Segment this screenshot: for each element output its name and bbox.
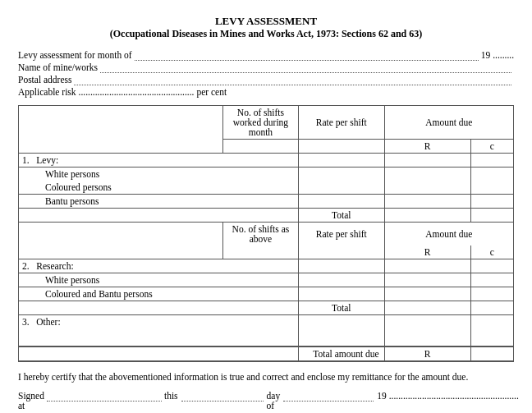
table-row-levy-heading: 1. Levy:	[19, 154, 514, 167]
table-row-other-heading: 3. Other:	[19, 315, 514, 329]
section2-label: Research:	[36, 261, 73, 271]
research-white-label: White persons	[19, 273, 223, 287]
bantu-label: Bantu persons	[19, 195, 223, 209]
signed-at-dots	[47, 391, 162, 402]
page-subtitle: (Occupational Diseases in Mines and Work…	[18, 28, 514, 40]
levy-table: No. of shifts worked during month Rate p…	[18, 105, 514, 362]
col-r2-header: R	[384, 246, 470, 259]
levy-label: Levy assessment for month of	[18, 50, 132, 60]
section1-num: 1.	[22, 155, 30, 165]
this-dots	[181, 391, 264, 402]
section3-num: 3.	[22, 317, 30, 327]
table-row-other-empty	[19, 328, 514, 346]
year-dots: ........................................…	[389, 391, 519, 401]
table-row-bantu: Bantu persons	[19, 195, 514, 209]
col-rate2-header: Rate per shift	[298, 223, 384, 246]
bottom-section: I hereby certify that the abovementioned…	[18, 370, 514, 413]
day-of-dots	[283, 391, 374, 402]
section2-num: 2.	[22, 261, 30, 271]
total-amount-r: R	[384, 346, 470, 361]
total1-label: Total	[298, 209, 384, 223]
table-row-white: White persons	[19, 167, 514, 181]
levy-dots1	[135, 50, 479, 61]
table-row-coloured: Coloured persons	[19, 181, 514, 195]
table-header-row1: No. of shifts worked during month Rate p…	[19, 106, 514, 140]
certify-text: I hereby certify that the abovementioned…	[18, 370, 514, 384]
field-lines: Levy assessment for month of 19 ........…	[18, 50, 514, 97]
postal-field-line: Postal address	[18, 75, 514, 85]
section3-label: Other:	[36, 317, 60, 327]
risk-label: Applicable risk	[18, 87, 76, 97]
col-shifts2-header: No. of shifts as above	[223, 223, 299, 246]
risk-dots: ........................................…	[76, 87, 197, 97]
col-c2-header: c	[470, 246, 513, 259]
day-of-label: day of	[267, 391, 281, 411]
white-label: White persons	[19, 167, 223, 181]
levy-19: 19	[481, 50, 491, 60]
postal-label: Postal address	[18, 75, 71, 85]
col-amount2-header: Amount due	[384, 223, 513, 246]
col-shifts-header: No. of shifts worked during month	[223, 106, 299, 140]
table-header2-row1: No. of shifts as above Rate per shift Am…	[19, 223, 514, 246]
year-19: 19	[377, 391, 387, 401]
total2-label: Total	[298, 301, 384, 315]
name-field-line: Name of mine/works	[18, 62, 514, 73]
page-title: LEVY ASSESSMENT	[18, 15, 514, 28]
col-c-header: c	[470, 140, 513, 154]
risk-field-line: Applicable risk ........................…	[18, 87, 514, 97]
table-row-research-bantu: Coloured and Bantu persons	[19, 287, 514, 301]
coloured-label: Coloured persons	[19, 181, 223, 195]
table-header-row2: R c	[19, 140, 514, 154]
signed-at-label: Signed at	[18, 391, 44, 411]
table-row-research-heading: 2. Research:	[19, 259, 514, 273]
table-total-amount-row: Total amount due R	[19, 346, 514, 361]
col-amount-header: Amount due	[384, 106, 513, 140]
postal-dots	[74, 75, 511, 85]
this-label: this	[164, 391, 178, 401]
research-bantu-label: Coloured and Bantu persons	[19, 287, 223, 301]
section1-label: Levy:	[36, 155, 58, 165]
levy-field-line: Levy assessment for month of 19 ........…	[18, 50, 514, 61]
table-total-row2: Total	[19, 301, 514, 315]
levy-dots2: .........	[493, 50, 514, 60]
col-rate-header: Rate per shift	[298, 106, 384, 140]
table-row-research-white: White persons	[19, 273, 514, 287]
signed-line: Signed at this day of 19 ...............…	[18, 391, 514, 411]
name-label: Name of mine/works	[18, 62, 98, 72]
table-total-row1: Total	[19, 209, 514, 223]
table-header2-row2: R c	[19, 246, 514, 259]
name-dots	[100, 62, 511, 73]
col-r-header: R	[384, 140, 470, 154]
total-amount-label: Total amount due	[298, 346, 384, 361]
per-cent: per cent	[196, 87, 227, 97]
